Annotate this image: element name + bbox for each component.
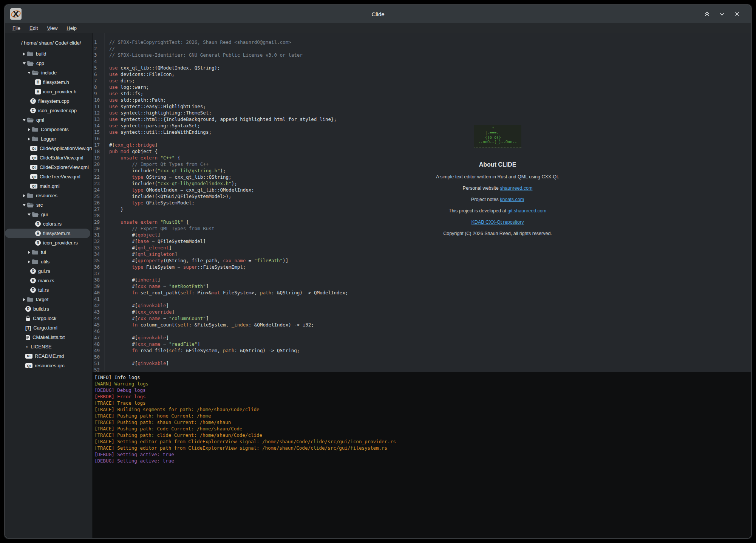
chevron-right-icon[interactable] [26, 260, 32, 263]
tree-item-filesystem-rs[interactable]: Rfilesystem.rs [5, 229, 90, 238]
tree-item-filesystem-h[interactable]: Hfilesystem.h [5, 77, 92, 87]
tree-item-main-rs[interactable]: Rmain.rs [5, 276, 92, 285]
maximize-button[interactable] [703, 10, 711, 18]
code-text: use syntect::util::LinesWithEndings; [106, 129, 212, 136]
tree-item-gui-rs[interactable]: Rgui.rs [5, 266, 92, 276]
tree-item-logger[interactable]: Logger [5, 134, 92, 144]
rust-file-icon: R [35, 231, 41, 236]
chevron-right-icon[interactable] [22, 53, 27, 56]
close-button[interactable] [733, 10, 741, 18]
tree-item-tui-rs[interactable]: Rtui.rs [5, 285, 92, 295]
title-bar: X Clide [5, 5, 751, 23]
chevron-right-icon[interactable] [26, 138, 32, 141]
tree-item-label: resources [36, 193, 57, 198]
code-text: #[base = QFileSystemModel] [106, 238, 206, 245]
tree-item-label: main.qml [40, 183, 60, 189]
tree-item-include[interactable]: include [5, 68, 92, 77]
chevron-down-icon[interactable] [22, 204, 27, 206]
code-text: unsafe extern "C++" { [106, 155, 180, 161]
line-number: 3 [93, 52, 106, 59]
tree-item-resources[interactable]: resources [5, 191, 92, 200]
tree-item-cmakelists-txt[interactable]: CMakeLists.txt [5, 333, 92, 342]
tree-item-icon-provider-h[interactable]: Hicon_provider.h [5, 87, 92, 96]
chevron-right-icon[interactable] [22, 194, 27, 197]
tree-item-label: ClideExplorerView.qml [40, 164, 89, 170]
link-kdab-cxx-qt-repository[interactable]: KDAB CXX-Qt repository [472, 220, 524, 225]
tree-item-readme-md[interactable]: M↓README.md [5, 351, 92, 361]
code-line: 7use dirs; [93, 78, 751, 84]
folder-icon [32, 127, 39, 132]
tree-item-tui[interactable]: tui [5, 248, 92, 257]
tree-item-qml[interactable]: qml [5, 115, 92, 125]
tree-item-build-rs[interactable]: Rbuild.rs [5, 304, 92, 314]
markdown-icon: M↓ [25, 354, 32, 359]
c-file-icon: C [30, 108, 36, 113]
tree-item-icon-provider-rs[interactable]: Ricon_provider.rs [5, 238, 92, 248]
chevron-right-icon[interactable] [26, 251, 32, 254]
line-number: 15 [93, 129, 106, 136]
link-knoats-com[interactable]: knoats.com [500, 197, 524, 202]
code-text [106, 213, 109, 219]
minimize-button[interactable] [718, 10, 726, 18]
line-number: 17 [93, 142, 106, 149]
tree-item-icon-provider-cpp[interactable]: Cicon_provider.cpp [5, 106, 92, 115]
code-line: 39 #[cxx_name = "setRootPath"] [93, 283, 751, 290]
tree-item-label: src [36, 202, 43, 208]
chevron-down-icon[interactable] [26, 213, 32, 216]
tree-item-main-qml[interactable]: Qtmain.qml [5, 181, 92, 191]
menu-help[interactable]: Help [66, 25, 77, 31]
link-shaunreed-com[interactable]: shaunreed.com [500, 186, 532, 191]
chevron-down-icon[interactable] [22, 119, 27, 121]
tree-item-label: filesystem.cpp [38, 98, 69, 104]
tree-item-cargo-lock[interactable]: Cargo.lock [5, 314, 92, 323]
app-icon[interactable]: X [10, 8, 22, 20]
menu-file[interactable]: File [12, 25, 20, 31]
menu-view[interactable]: View [47, 25, 57, 31]
folder-open-icon [32, 70, 39, 75]
tree-item-license[interactable]: ⋆LICENSE [5, 342, 92, 351]
close-icon [734, 11, 740, 17]
tree-item-label: LICENSE [31, 344, 52, 350]
tree-item-cpp[interactable]: cpp [5, 59, 92, 68]
lock-icon [25, 316, 31, 321]
line-number: 14 [93, 123, 106, 129]
code-line: 45 fn column_count(self: &FileSystem, _i… [93, 322, 751, 328]
tree-item-components[interactable]: Components [5, 125, 92, 134]
link-git-shaunreed-com[interactable]: git.shaunreed.com [507, 208, 546, 213]
chevron-right-icon[interactable] [26, 128, 32, 131]
tree-item-filesystem-cpp[interactable]: Cfilesystem.cpp [5, 96, 92, 106]
code-text: use log::warn; [106, 84, 149, 91]
tree-item-target[interactable]: target [5, 295, 92, 304]
code-line: 41 [93, 296, 751, 303]
tree-item-build[interactable]: build [5, 49, 92, 59]
line-number: 12 [93, 110, 106, 116]
chevron-down-icon[interactable] [26, 72, 32, 74]
tree-item-label: include [41, 70, 57, 76]
code-line: 38 #[inherit] [93, 277, 751, 283]
tree-item-utils[interactable]: utils [5, 257, 92, 266]
chevron-right-icon[interactable] [22, 298, 27, 301]
qt-file-icon: Qt [30, 155, 37, 160]
tree-item-colors-rs[interactable]: Rcolors.rs [5, 219, 92, 229]
code-line: 10use std::path::Path; [93, 97, 751, 104]
tree-item-resources-qrc[interactable]: Qtresources.qrc [5, 361, 92, 370]
tree-item-clidetreeview-qml[interactable]: QtClideTreeView.qml [5, 172, 92, 181]
menu-edit[interactable]: Edit [29, 25, 38, 31]
line-number: 29 [93, 219, 106, 226]
tree-item-src[interactable]: src [5, 200, 92, 210]
tree-item-clideeditorview-qml[interactable]: QtClideEditorView.qml [5, 153, 92, 162]
tree-item-cargo-toml[interactable]: [T]Cargo.toml [5, 323, 92, 333]
log-line: [TRACE] Pushing path: Code Current: /hom… [94, 425, 751, 432]
chevron-down-icon[interactable] [22, 62, 27, 65]
code-line: 52 [93, 367, 751, 372]
tree-item-clideexplorerview-qml[interactable]: QtClideExplorerView.qml [5, 162, 92, 172]
tree-root-path: / home/ shaun/ Code/ clide/ [5, 33, 92, 49]
tree-item-label: README.md [35, 353, 64, 359]
folder-icon [27, 193, 34, 198]
file-tree: buildcppincludeHfilesystem.hHicon_provid… [5, 49, 92, 370]
code-text: #[inherit] [106, 277, 160, 283]
tree-item-gui[interactable]: gui [5, 210, 92, 219]
editor-pane[interactable]: 1// SPDX-FileCopyrightText: 2026, Shaun … [93, 33, 751, 372]
tree-item-clideapplicationview-qml[interactable]: QtClideApplicationView.qml [5, 144, 92, 153]
code-text: #[qproperty(QString, file_path, cxx_name… [106, 258, 288, 264]
